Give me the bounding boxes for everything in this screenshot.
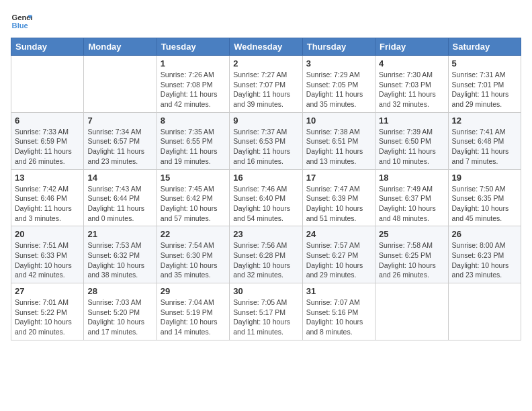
day-info: Sunrise: 7:49 AM Sunset: 6:37 PM Dayligh… — [379, 184, 444, 224]
day-info: Sunrise: 7:37 AM Sunset: 6:53 PM Dayligh… — [233, 127, 298, 167]
day-info: Sunrise: 7:31 AM Sunset: 7:01 PM Dayligh… — [452, 70, 517, 109]
week-row-3: 13Sunrise: 7:42 AM Sunset: 6:46 PM Dayli… — [11, 169, 521, 226]
day-number: 9 — [233, 116, 298, 126]
day-info: Sunrise: 7:29 AM Sunset: 7:05 PM Dayligh… — [306, 70, 371, 109]
day-number: 5 — [452, 58, 517, 68]
day-number: 29 — [161, 286, 226, 296]
week-row-2: 6Sunrise: 7:33 AM Sunset: 6:59 PM Daylig… — [11, 112, 521, 169]
day-number: 20 — [15, 229, 80, 239]
weekday-header-saturday: Saturday — [448, 38, 521, 56]
day-number: 31 — [306, 286, 371, 296]
weekday-header-sunday: Sunday — [11, 38, 84, 56]
calendar-cell: 7Sunrise: 7:34 AM Sunset: 6:57 PM Daylig… — [84, 112, 157, 169]
calendar-cell: 11Sunrise: 7:39 AM Sunset: 6:50 PM Dayli… — [375, 112, 448, 169]
page-header: General Blue — [11, 11, 521, 32]
day-number: 11 — [379, 116, 444, 126]
calendar-cell: 25Sunrise: 7:58 AM Sunset: 6:25 PM Dayli… — [375, 226, 448, 283]
calendar-cell: 3Sunrise: 7:29 AM Sunset: 7:05 PM Daylig… — [302, 56, 375, 113]
day-info: Sunrise: 7:04 AM Sunset: 5:19 PM Dayligh… — [161, 298, 226, 337]
day-info: Sunrise: 8:00 AM Sunset: 6:23 PM Dayligh… — [452, 240, 517, 280]
calendar-cell: 22Sunrise: 7:54 AM Sunset: 6:30 PM Dayli… — [157, 226, 229, 283]
day-number: 12 — [452, 116, 517, 126]
day-number: 25 — [379, 229, 444, 239]
day-number: 14 — [87, 173, 152, 183]
calendar-cell: 23Sunrise: 7:56 AM Sunset: 6:28 PM Dayli… — [230, 226, 302, 283]
calendar-table: SundayMondayTuesdayWednesdayThursdayFrid… — [11, 38, 521, 340]
day-info: Sunrise: 7:33 AM Sunset: 6:59 PM Dayligh… — [15, 127, 80, 167]
calendar-cell: 9Sunrise: 7:37 AM Sunset: 6:53 PM Daylig… — [230, 112, 302, 169]
day-number: 26 — [452, 229, 517, 239]
calendar-cell: 1Sunrise: 7:26 AM Sunset: 7:08 PM Daylig… — [157, 56, 229, 113]
day-info: Sunrise: 7:34 AM Sunset: 6:57 PM Dayligh… — [87, 127, 152, 167]
calendar-cell: 8Sunrise: 7:35 AM Sunset: 6:55 PM Daylig… — [157, 112, 229, 169]
week-row-1: 1Sunrise: 7:26 AM Sunset: 7:08 PM Daylig… — [11, 56, 521, 113]
day-info: Sunrise: 7:56 AM Sunset: 6:28 PM Dayligh… — [233, 240, 298, 280]
week-row-4: 20Sunrise: 7:51 AM Sunset: 6:33 PM Dayli… — [11, 226, 521, 283]
day-number: 30 — [233, 286, 298, 296]
weekday-header-friday: Friday — [375, 38, 448, 56]
calendar-cell: 12Sunrise: 7:41 AM Sunset: 6:48 PM Dayli… — [448, 112, 521, 169]
svg-text:Blue: Blue — [12, 21, 28, 30]
calendar-cell: 16Sunrise: 7:46 AM Sunset: 6:40 PM Dayli… — [230, 169, 302, 226]
day-info: Sunrise: 7:26 AM Sunset: 7:08 PM Dayligh… — [161, 70, 226, 109]
day-info: Sunrise: 7:42 AM Sunset: 6:46 PM Dayligh… — [15, 184, 80, 224]
calendar-cell — [448, 283, 521, 340]
day-info: Sunrise: 7:53 AM Sunset: 6:32 PM Dayligh… — [87, 240, 152, 280]
day-number: 7 — [87, 116, 152, 126]
day-number: 18 — [379, 173, 444, 183]
calendar-cell: 15Sunrise: 7:45 AM Sunset: 6:42 PM Dayli… — [157, 169, 229, 226]
weekday-header-thursday: Thursday — [302, 38, 375, 56]
day-number: 8 — [161, 116, 226, 126]
calendar-cell: 6Sunrise: 7:33 AM Sunset: 6:59 PM Daylig… — [11, 112, 84, 169]
calendar-cell: 20Sunrise: 7:51 AM Sunset: 6:33 PM Dayli… — [11, 226, 84, 283]
day-info: Sunrise: 7:54 AM Sunset: 6:30 PM Dayligh… — [161, 240, 226, 280]
calendar-cell: 18Sunrise: 7:49 AM Sunset: 6:37 PM Dayli… — [375, 169, 448, 226]
calendar-cell: 13Sunrise: 7:42 AM Sunset: 6:46 PM Dayli… — [11, 169, 84, 226]
calendar-cell: 27Sunrise: 7:01 AM Sunset: 5:22 PM Dayli… — [11, 283, 84, 340]
day-info: Sunrise: 7:46 AM Sunset: 6:40 PM Dayligh… — [233, 184, 298, 224]
day-info: Sunrise: 7:39 AM Sunset: 6:50 PM Dayligh… — [379, 127, 444, 167]
day-number: 27 — [15, 286, 80, 296]
calendar-cell: 26Sunrise: 8:00 AM Sunset: 6:23 PM Dayli… — [448, 226, 521, 283]
day-info: Sunrise: 7:35 AM Sunset: 6:55 PM Dayligh… — [161, 127, 226, 167]
day-info: Sunrise: 7:30 AM Sunset: 7:03 PM Dayligh… — [379, 70, 444, 109]
day-info: Sunrise: 7:38 AM Sunset: 6:51 PM Dayligh… — [306, 127, 371, 167]
day-info: Sunrise: 7:01 AM Sunset: 5:22 PM Dayligh… — [15, 298, 80, 337]
calendar-cell: 14Sunrise: 7:43 AM Sunset: 6:44 PM Dayli… — [84, 169, 157, 226]
weekday-header-wednesday: Wednesday — [230, 38, 302, 56]
day-number: 16 — [233, 173, 298, 183]
day-number: 2 — [233, 58, 298, 68]
day-info: Sunrise: 7:58 AM Sunset: 6:25 PM Dayligh… — [379, 240, 444, 280]
calendar-cell: 10Sunrise: 7:38 AM Sunset: 6:51 PM Dayli… — [302, 112, 375, 169]
day-info: Sunrise: 7:03 AM Sunset: 5:20 PM Dayligh… — [87, 298, 152, 337]
calendar-cell: 30Sunrise: 7:05 AM Sunset: 5:17 PM Dayli… — [230, 283, 302, 340]
calendar-cell: 28Sunrise: 7:03 AM Sunset: 5:20 PM Dayli… — [84, 283, 157, 340]
day-info: Sunrise: 7:27 AM Sunset: 7:07 PM Dayligh… — [233, 70, 298, 109]
day-info: Sunrise: 7:41 AM Sunset: 6:48 PM Dayligh… — [452, 127, 517, 167]
day-number: 1 — [161, 58, 226, 68]
day-number: 24 — [306, 229, 371, 239]
day-info: Sunrise: 7:45 AM Sunset: 6:42 PM Dayligh… — [161, 184, 226, 224]
calendar-cell: 19Sunrise: 7:50 AM Sunset: 6:35 PM Dayli… — [448, 169, 521, 226]
week-row-5: 27Sunrise: 7:01 AM Sunset: 5:22 PM Dayli… — [11, 283, 521, 340]
logo: General Blue — [11, 11, 32, 32]
calendar-cell: 29Sunrise: 7:04 AM Sunset: 5:19 PM Dayli… — [157, 283, 229, 340]
day-number: 3 — [306, 58, 371, 68]
day-info: Sunrise: 7:07 AM Sunset: 5:16 PM Dayligh… — [306, 298, 371, 337]
calendar-cell: 2Sunrise: 7:27 AM Sunset: 7:07 PM Daylig… — [230, 56, 302, 113]
svg-text:General: General — [12, 13, 32, 21]
day-number: 23 — [233, 229, 298, 239]
day-number: 28 — [87, 286, 152, 296]
weekday-header-tuesday: Tuesday — [157, 38, 229, 56]
weekday-header-row: SundayMondayTuesdayWednesdayThursdayFrid… — [11, 38, 521, 56]
day-info: Sunrise: 7:47 AM Sunset: 6:39 PM Dayligh… — [306, 184, 371, 224]
day-number: 13 — [15, 173, 80, 183]
calendar-cell: 4Sunrise: 7:30 AM Sunset: 7:03 PM Daylig… — [375, 56, 448, 113]
day-info: Sunrise: 7:51 AM Sunset: 6:33 PM Dayligh… — [15, 240, 80, 280]
calendar-cell — [84, 56, 157, 113]
day-info: Sunrise: 7:05 AM Sunset: 5:17 PM Dayligh… — [233, 298, 298, 337]
calendar-cell: 31Sunrise: 7:07 AM Sunset: 5:16 PM Dayli… — [302, 283, 375, 340]
calendar-cell: 17Sunrise: 7:47 AM Sunset: 6:39 PM Dayli… — [302, 169, 375, 226]
weekday-header-monday: Monday — [84, 38, 157, 56]
day-number: 19 — [452, 173, 517, 183]
